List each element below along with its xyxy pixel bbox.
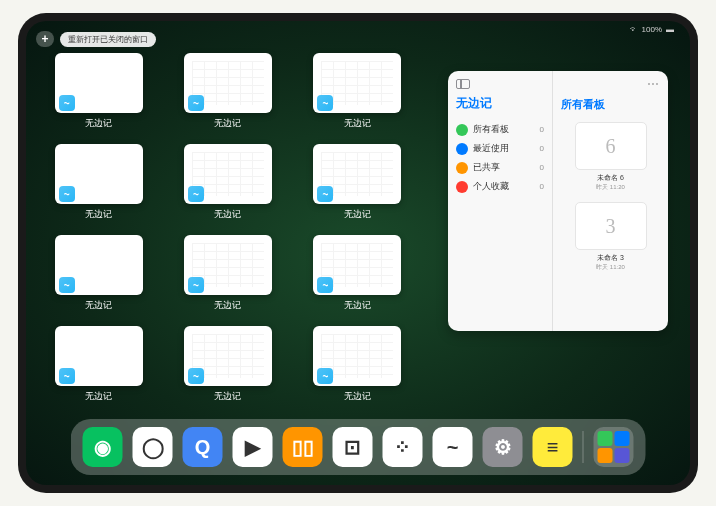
- window-thumb[interactable]: 无边记: [48, 144, 149, 221]
- dice-app-icon[interactable]: ⊡: [333, 427, 373, 467]
- freeform-app-icon: [317, 368, 333, 384]
- window-preview[interactable]: [55, 144, 143, 204]
- window-thumb[interactable]: 无边记: [177, 144, 278, 221]
- play-app-icon[interactable]: ▶: [233, 427, 273, 467]
- window-preview[interactable]: [55, 53, 143, 113]
- window-preview[interactable]: [55, 326, 143, 386]
- more-icon[interactable]: ⋯: [647, 77, 660, 91]
- freeform-app-icon: [317, 95, 333, 111]
- freeform-app-icon: [59, 277, 75, 293]
- freeform-app-icon: [59, 186, 75, 202]
- sidebar-item[interactable]: 个人收藏0: [456, 177, 544, 196]
- window-preview[interactable]: [184, 53, 272, 113]
- quark-app-icon[interactable]: Q: [183, 427, 223, 467]
- window-preview[interactable]: [313, 53, 401, 113]
- books-app-icon[interactable]: ▯▯: [283, 427, 323, 467]
- wifi-icon: ᯤ: [630, 25, 638, 34]
- window-label: 无边记: [214, 117, 241, 130]
- window-label: 无边记: [214, 208, 241, 221]
- app-library-icon[interactable]: [594, 427, 634, 467]
- sidebar-item-count: 0: [540, 163, 544, 172]
- category-icon: [456, 162, 468, 174]
- window-thumb[interactable]: 无边记: [177, 53, 278, 130]
- window-preview[interactable]: [184, 326, 272, 386]
- sidebar-item-count: 0: [540, 144, 544, 153]
- sidebar-item[interactable]: 最近使用0: [456, 139, 544, 158]
- category-icon: [456, 181, 468, 193]
- dock-divider: [583, 431, 584, 463]
- sidebar-item[interactable]: 已共享0: [456, 158, 544, 177]
- wechat-app-icon[interactable]: ◉: [83, 427, 123, 467]
- window-thumb[interactable]: 无边记: [48, 235, 149, 312]
- dock: ◉◯Q▶▯▯⊡⁘~⚙≡: [71, 419, 646, 475]
- window-preview[interactable]: [313, 144, 401, 204]
- top-controls: + 重新打开已关闭的窗口: [36, 31, 156, 47]
- window-label: 无边记: [85, 208, 112, 221]
- window-preview[interactable]: [313, 235, 401, 295]
- board-timestamp: 昨天 11:20: [561, 183, 660, 192]
- window-preview[interactable]: [313, 326, 401, 386]
- notes-app-icon[interactable]: ≡: [533, 427, 573, 467]
- freeform-app-icon: [188, 186, 204, 202]
- freeform-panel[interactable]: ⋯ 无边记 所有看板0最近使用0已共享0个人收藏0 所有看板 6未命名 6昨天 …: [448, 71, 668, 331]
- sidebar-item-label: 最近使用: [473, 142, 509, 155]
- ipad-frame: ᯤ 100% ▬ + 重新打开已关闭的窗口 无边记无边记无边记无边记无边记无边记…: [18, 13, 698, 493]
- settings-app-icon[interactable]: ⚙: [483, 427, 523, 467]
- window-label: 无边记: [85, 390, 112, 403]
- sidebar-item-label: 已共享: [473, 161, 500, 174]
- window-preview[interactable]: [55, 235, 143, 295]
- app-switcher-grid: 无边记无边记无边记无边记无边记无边记无边记无边记无边记无边记无边记无边记: [48, 53, 408, 403]
- panel-title: 无边记: [456, 95, 544, 112]
- add-button[interactable]: +: [36, 31, 54, 47]
- quark-hd-app-icon[interactable]: ◯: [133, 427, 173, 467]
- content-title: 所有看板: [561, 97, 660, 112]
- window-thumb[interactable]: 无边记: [307, 144, 408, 221]
- board-preview: 3: [575, 202, 647, 250]
- freeform-app-icon: [317, 277, 333, 293]
- reopen-window-button[interactable]: 重新打开已关闭的窗口: [60, 32, 156, 47]
- board-label: 未命名 3: [561, 253, 660, 263]
- freeform-app-icon: [188, 277, 204, 293]
- window-label: 无边记: [344, 390, 371, 403]
- board-item[interactable]: 6未命名 6昨天 11:20: [561, 122, 660, 192]
- window-thumb[interactable]: 无边记: [48, 326, 149, 403]
- freeform-app-icon: [59, 368, 75, 384]
- board-item[interactable]: 3未命名 3昨天 11:20: [561, 202, 660, 272]
- window-label: 无边记: [85, 117, 112, 130]
- sidebar-toggle-icon[interactable]: [456, 79, 470, 89]
- freeform-app-icon[interactable]: ~: [433, 427, 473, 467]
- category-icon: [456, 124, 468, 136]
- window-thumb[interactable]: 无边记: [307, 235, 408, 312]
- board-preview: 6: [575, 122, 647, 170]
- panel-content: 所有看板 6未命名 6昨天 11:203未命名 3昨天 11:20: [553, 71, 668, 331]
- window-label: 无边记: [344, 299, 371, 312]
- freeform-app-icon: [188, 95, 204, 111]
- battery-icon: ▬: [666, 25, 674, 34]
- status-bar: ᯤ 100% ▬: [630, 25, 674, 34]
- window-label: 无边记: [214, 299, 241, 312]
- ipad-screen: ᯤ 100% ▬ + 重新打开已关闭的窗口 无边记无边记无边记无边记无边记无边记…: [26, 21, 690, 485]
- window-thumb[interactable]: 无边记: [177, 235, 278, 312]
- sidebar-item[interactable]: 所有看板0: [456, 120, 544, 139]
- freeform-app-icon: [188, 368, 204, 384]
- window-label: 无边记: [344, 117, 371, 130]
- category-icon: [456, 143, 468, 155]
- sidebar-item-count: 0: [540, 182, 544, 191]
- window-thumb[interactable]: 无边记: [48, 53, 149, 130]
- panel-sidebar: 无边记 所有看板0最近使用0已共享0个人收藏0: [448, 71, 553, 331]
- sidebar-item-label: 个人收藏: [473, 180, 509, 193]
- sidebar-item-label: 所有看板: [473, 123, 509, 136]
- freeform-app-icon: [59, 95, 75, 111]
- board-timestamp: 昨天 11:20: [561, 263, 660, 272]
- window-label: 无边记: [214, 390, 241, 403]
- window-thumb[interactable]: 无边记: [307, 53, 408, 130]
- window-preview[interactable]: [184, 235, 272, 295]
- freeform-app-icon: [317, 186, 333, 202]
- window-thumb[interactable]: 无边记: [177, 326, 278, 403]
- board-label: 未命名 6: [561, 173, 660, 183]
- sidebar-item-count: 0: [540, 125, 544, 134]
- dots-app-icon[interactable]: ⁘: [383, 427, 423, 467]
- window-label: 无边记: [85, 299, 112, 312]
- window-thumb[interactable]: 无边记: [307, 326, 408, 403]
- window-preview[interactable]: [184, 144, 272, 204]
